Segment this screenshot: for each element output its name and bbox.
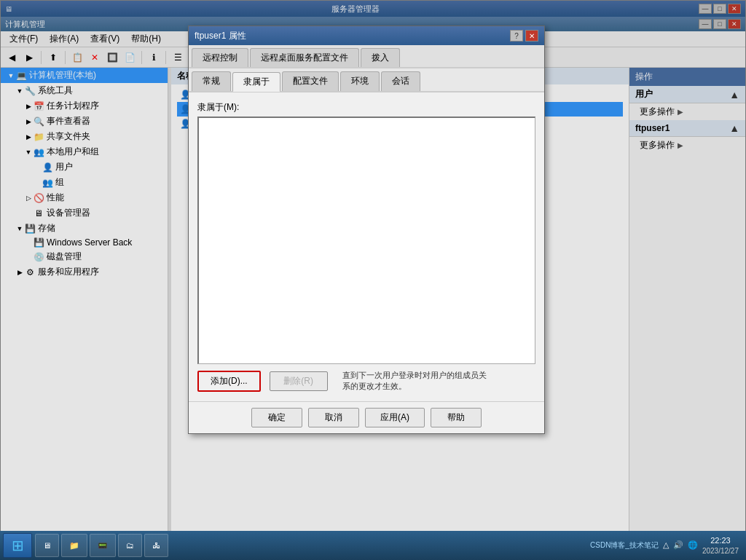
- modal-close-btn[interactable]: ✕: [525, 30, 538, 42]
- taskbar-clock[interactable]: 22:23 2023/12/27: [702, 535, 739, 555]
- remove-button[interactable]: 删除(R): [270, 371, 328, 391]
- footer-cancel-btn[interactable]: 取消: [308, 408, 359, 427]
- taskbar: ⊞ 🖥 📁 📟 🗂 🖧 CSDN博客_技术笔记 △ 🔊 🌐 22:23 2023…: [0, 531, 746, 560]
- tab-profile[interactable]: 配置文件: [282, 71, 339, 91]
- footer-ok-btn[interactable]: 确定: [251, 408, 302, 427]
- taskbar-item-explorer[interactable]: 🗂: [118, 534, 142, 557]
- modal-titlebar: ftpuser1 属性 ? ✕: [189, 26, 544, 45]
- start-button[interactable]: ⊞: [3, 533, 32, 558]
- modal-footer: 确定 取消 应用(A) 帮助: [189, 401, 544, 433]
- modal-note: 直到下一次用户登录时对用户的组成员关系的更改才生效。: [342, 370, 488, 393]
- taskbar-tray-icon3: 🌐: [688, 540, 698, 550]
- tab-environment[interactable]: 环境: [340, 71, 380, 91]
- network-icon: 🖧: [152, 541, 160, 550]
- modal-action-row: 添加(D)... 删除(R) 直到下一次用户登录时对用户的组成员关系的更改才生效…: [197, 370, 535, 393]
- footer-apply-btn[interactable]: 应用(A): [365, 408, 425, 427]
- taskbar-tray-icon2: 🔊: [673, 540, 683, 550]
- cmd-icon: 📟: [98, 541, 108, 551]
- tab-general[interactable]: 常规: [192, 71, 231, 91]
- memberof-label: 隶属于(M):: [197, 101, 535, 114]
- taskbar-right: CSDN博客_技术笔记 △ 🔊 🌐 22:23 2023/12/27: [590, 535, 743, 555]
- tab-dial-in[interactable]: 拨入: [361, 48, 400, 67]
- memberof-listbox[interactable]: [197, 117, 535, 364]
- taskbar-csdn-label: CSDN博客_技术笔记: [590, 540, 659, 551]
- modal-tabs-row2: 常规 隶属于 配置文件 环境 会话: [189, 68, 544, 92]
- taskbar-tray-icon1: △: [663, 540, 669, 550]
- filemgr-icon: 📁: [69, 541, 79, 551]
- explorer-icon: 🗂: [126, 541, 134, 550]
- taskbar-item-cmd[interactable]: 📟: [90, 534, 116, 557]
- modal-body: 隶属于(M): 添加(D)... 删除(R) 直到下一次用户登录时对用户的组成员…: [189, 92, 544, 401]
- tab-member-of[interactable]: 隶属于: [232, 72, 280, 92]
- taskbar-item-network[interactable]: 🖧: [144, 534, 168, 557]
- tab-rds-profile[interactable]: 远程桌面服务配置文件: [250, 48, 359, 67]
- modal-tabs-row1: 远程控制 远程桌面服务配置文件 拨入: [189, 45, 544, 68]
- taskbar-items: 🖥 📁 📟 🗂 🖧: [35, 534, 590, 557]
- servermgr-icon: 🖥: [43, 541, 51, 550]
- modal-title-controls: ? ✕: [510, 30, 538, 42]
- modal-dialog: ftpuser1 属性 ? ✕ 远程控制 远程桌面服务配置文件 拨入 常规 隶属…: [188, 25, 545, 434]
- modal-title: ftpuser1 属性: [195, 30, 246, 42]
- tab-remote-control[interactable]: 远程控制: [192, 48, 248, 67]
- footer-help-btn[interactable]: 帮助: [431, 408, 482, 427]
- add-button[interactable]: 添加(D)...: [197, 371, 261, 392]
- tab-session[interactable]: 会话: [381, 71, 420, 91]
- taskbar-item-filemgr[interactable]: 📁: [61, 534, 87, 557]
- taskbar-item-servermgr[interactable]: 🖥: [35, 534, 59, 557]
- modal-help-btn[interactable]: ?: [510, 30, 523, 42]
- windows-logo-icon: ⊞: [12, 537, 24, 554]
- modal-content-row: [197, 117, 535, 364]
